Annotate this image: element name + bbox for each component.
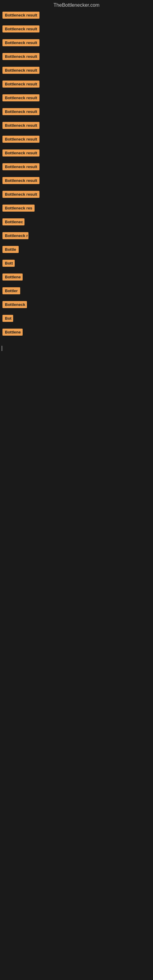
bottleneck-label: Bottleneck result xyxy=(2,136,40,143)
site-title: TheBottlenecker.com xyxy=(0,0,153,12)
bottleneck-label: Bottleneck result xyxy=(2,81,40,88)
bottleneck-label: Bottleneck res xyxy=(2,205,35,212)
bottleneck-label: Bottleneck result xyxy=(2,67,40,74)
cursor-indicator: | xyxy=(0,342,153,354)
list-item[interactable]: Bottleneck result xyxy=(1,108,152,116)
list-item[interactable]: Bottleneck result xyxy=(1,25,152,34)
list-item[interactable]: Bottleneck result xyxy=(1,53,152,61)
bottleneck-label: Bottlene xyxy=(2,274,22,280)
bottleneck-label: Bott xyxy=(2,260,15,267)
list-item[interactable]: Bottlene xyxy=(1,274,152,282)
list-item[interactable]: Bottleneck result xyxy=(1,122,152,130)
bottleneck-label: Bottleneck result xyxy=(2,12,40,19)
list-item[interactable]: Bottleneck result xyxy=(1,81,152,89)
bottleneck-label: Bottleneck result xyxy=(2,39,40,46)
list-item[interactable]: Bottleneck result xyxy=(1,191,152,199)
bottleneck-label: Bottleneck xyxy=(2,301,27,308)
list-item[interactable]: Bottleneck r xyxy=(1,232,152,240)
list-item[interactable]: Bottleneck result xyxy=(1,67,152,75)
bottleneck-label: Bottle xyxy=(2,246,19,253)
bottleneck-label: Bottleneck result xyxy=(2,191,40,198)
list-item[interactable]: Bottleneck xyxy=(1,301,152,309)
list-item[interactable]: Bottleneck result xyxy=(1,39,152,48)
list-item[interactable]: Bot xyxy=(1,315,152,323)
bottleneck-label: Bottlenec xyxy=(2,218,24,225)
bottleneck-label: Bottleneck result xyxy=(2,150,40,156)
bottleneck-label: Bottleneck result xyxy=(2,25,40,32)
list-item[interactable]: Bottle xyxy=(1,246,152,254)
list-item[interactable]: Bottleneck result xyxy=(1,12,152,20)
bottleneck-label: Bottleneck result xyxy=(2,94,40,101)
items-container: Bottleneck resultBottleneck resultBottle… xyxy=(0,12,153,337)
list-item[interactable]: Bottler xyxy=(1,287,152,296)
bottleneck-label: Bottler xyxy=(2,287,20,294)
bottleneck-label: Bottlene xyxy=(2,329,22,336)
list-item[interactable]: Bottleneck result xyxy=(1,177,152,185)
bottleneck-label: Bottleneck result xyxy=(2,53,40,60)
bottom-section xyxy=(0,354,153,538)
list-item[interactable]: Bottlenec xyxy=(1,218,152,227)
list-item[interactable]: Bottleneck result xyxy=(1,94,152,103)
list-item[interactable]: Bott xyxy=(1,260,152,268)
list-item[interactable]: Bottleneck result xyxy=(1,150,152,158)
list-item[interactable]: Bottleneck result xyxy=(1,163,152,172)
bottleneck-label: Bottleneck result xyxy=(2,163,40,170)
bottleneck-label: Bottleneck result xyxy=(2,122,40,129)
list-item[interactable]: Bottleneck result xyxy=(1,136,152,144)
bottleneck-label: Bottleneck r xyxy=(2,232,29,239)
bottleneck-label: Bot xyxy=(2,315,13,322)
bottleneck-label: Bottleneck result xyxy=(2,108,40,115)
list-item[interactable]: Bottleneck res xyxy=(1,205,152,213)
list-item[interactable]: Bottlene xyxy=(1,329,152,337)
bottleneck-label: Bottleneck result xyxy=(2,177,40,184)
